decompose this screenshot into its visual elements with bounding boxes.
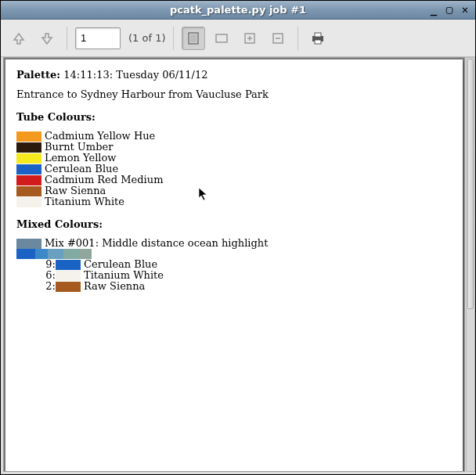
component-swatch — [56, 260, 81, 270]
palette-header: Palette: 14:11:13: Tuesday 06/11/12 — [16, 69, 452, 81]
mix-component-row: 6:Titanium White — [16, 270, 452, 281]
palette-header-label: Palette: — [16, 69, 60, 81]
tube-colour-row: Titanium White — [16, 196, 452, 207]
mix-component-row: 9:Cerulean Blue — [16, 259, 452, 270]
tube-colour-list: Cadmium Yellow HueBurnt UmberLemon Yello… — [16, 131, 452, 207]
print-button[interactable] — [306, 27, 330, 50]
colour-swatch — [16, 142, 41, 153]
colour-swatch — [16, 175, 41, 185]
colour-swatch — [16, 197, 41, 207]
page-count-label: (1 of 1) — [128, 32, 165, 44]
mix-swatch — [16, 239, 41, 249]
gradient-segment — [16, 249, 35, 259]
mix-components-list: 9:Cerulean Blue6:Titanium White2:Raw Sie… — [16, 259, 452, 292]
mixed-colours-heading: Mixed Colours: — [16, 218, 452, 230]
prev-page-button[interactable] — [7, 27, 31, 50]
component-name: Raw Sienna — [84, 281, 145, 292]
minimize-button[interactable]: _ — [427, 2, 441, 16]
window-titlebar: pcatk_palette.py job #1 _ ▢ ✕ — [1, 1, 475, 20]
colour-name: Titanium White — [45, 196, 124, 207]
toolbar-separator — [67, 27, 67, 50]
tube-colours-heading: Tube Colours: — [16, 111, 452, 123]
colour-swatch — [16, 153, 41, 164]
mix-row: Mix #001: Middle distance ocean highligh… — [16, 238, 452, 249]
tube-colour-row: Cadmium Yellow Hue — [16, 131, 452, 142]
fit-page-icon — [186, 31, 200, 45]
close-button[interactable]: ✕ — [458, 2, 472, 16]
colour-name: Cadmium Red Medium — [45, 175, 163, 185]
colour-swatch — [16, 186, 41, 196]
toolbar: (1 of 1) — [1, 20, 475, 57]
window-title: pcatk_palette.py job #1 — [170, 4, 306, 16]
colour-name: Raw Sienna — [45, 185, 106, 196]
svg-rect-1 — [190, 34, 197, 42]
colour-name: Cadmium Yellow Hue — [45, 131, 155, 142]
tube-colour-row: Lemon Yellow — [16, 153, 452, 164]
colour-name: Lemon Yellow — [45, 153, 116, 164]
component-ratio: 9: — [41, 259, 56, 270]
palette-header-timestamp: 14:11:13: Tuesday 06/11/12 — [63, 69, 207, 81]
zoom-in-button[interactable] — [238, 27, 261, 50]
colour-swatch — [16, 164, 41, 175]
down-arrow-icon — [39, 31, 55, 46]
component-ratio: 6: — [41, 270, 56, 281]
tube-colour-row: Burnt Umber — [16, 142, 452, 153]
toolbar-separator — [173, 27, 174, 50]
component-ratio: 2: — [41, 281, 56, 292]
component-name: Titanium White — [84, 270, 164, 281]
zoom-out-icon — [271, 31, 285, 45]
printer-icon — [310, 31, 326, 46]
svg-rect-2 — [216, 34, 227, 42]
zoom-out-button[interactable] — [266, 27, 290, 50]
fit-page-button[interactable] — [182, 27, 205, 50]
tube-colour-row: Raw Sienna — [16, 185, 452, 196]
fit-width-button[interactable] — [210, 27, 233, 50]
vertical-scrollbar[interactable] — [466, 57, 475, 472]
up-arrow-icon — [11, 31, 27, 46]
component-name: Cerulean Blue — [84, 259, 157, 270]
fit-width-icon — [215, 31, 229, 45]
svg-rect-6 — [315, 33, 321, 37]
document-page: Palette: 14:11:13: Tuesday 06/11/12 Entr… — [5, 59, 463, 471]
svg-rect-7 — [315, 40, 321, 44]
colour-name: Burnt Umber — [45, 142, 113, 153]
mix-label: Mix #001: Middle distance ocean highligh… — [45, 238, 268, 249]
tube-colour-row: Cerulean Blue — [16, 164, 452, 175]
toolbar-separator — [298, 27, 298, 50]
maximize-button[interactable]: ▢ — [442, 2, 456, 16]
component-swatch — [56, 271, 81, 281]
colour-name: Cerulean Blue — [45, 164, 118, 175]
zoom-in-icon — [243, 31, 257, 45]
scrollbar-thumb[interactable] — [467, 59, 474, 309]
mix-component-row: 2:Raw Sienna — [16, 281, 452, 292]
colour-swatch — [16, 131, 41, 142]
gradient-segment — [63, 249, 79, 259]
page-number-input[interactable] — [75, 27, 121, 49]
next-page-button[interactable] — [35, 27, 59, 50]
palette-subtitle: Entrance to Sydney Harbour from Vaucluse… — [16, 88, 452, 100]
document-viewport: Palette: 14:11:13: Tuesday 06/11/12 Entr… — [3, 57, 465, 472]
tube-colour-row: Cadmium Red Medium — [16, 175, 452, 185]
component-swatch — [56, 282, 81, 292]
